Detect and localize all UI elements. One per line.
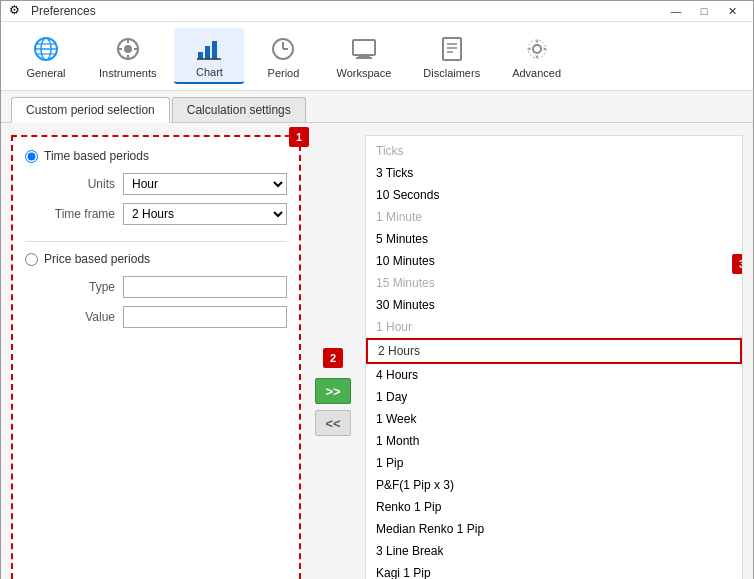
list-item[interactable]: Kagi 1 Pip	[366, 562, 742, 579]
list-item[interactable]: 30 Minutes	[366, 294, 742, 316]
add-button[interactable]: >>	[315, 378, 351, 404]
time-based-group: Time based periods Units Hour Tick Secon…	[25, 149, 287, 225]
list-item[interactable]: 3 Line Break	[366, 540, 742, 562]
svg-point-25	[533, 45, 541, 53]
svg-rect-21	[443, 38, 461, 60]
toolbar-item-advanced[interactable]: Advanced	[498, 29, 575, 83]
type-row: Type	[25, 276, 287, 298]
badge-1: 1	[289, 127, 309, 147]
list-item[interactable]: 1 Minute	[366, 206, 742, 228]
toolbar-item-instruments[interactable]: Instruments	[85, 29, 170, 83]
timeframe-select[interactable]: 2 Hours 1 Hour 4 Hours 1 Day	[123, 203, 287, 225]
svg-point-6	[124, 45, 132, 53]
advanced-label: Advanced	[512, 67, 561, 79]
list-item[interactable]: 1 Week	[366, 408, 742, 430]
minimize-button[interactable]: —	[663, 1, 689, 21]
toolbar-item-workspace[interactable]: Workspace	[322, 29, 405, 83]
period-icon	[267, 33, 299, 65]
middle-panel: 2 >> <<	[311, 195, 355, 579]
list-item[interactable]: Median Renko 1 Pip	[366, 518, 742, 540]
period-label: Period	[268, 67, 300, 79]
list-item[interactable]: 1 Month	[366, 430, 742, 452]
list-item[interactable]: 5 Minutes	[366, 228, 742, 250]
timeframe-row: Time frame 2 Hours 1 Hour 4 Hours 1 Day	[25, 203, 287, 225]
time-based-radio-label[interactable]: Time based periods	[25, 149, 287, 163]
list-item[interactable]: 4 Hours	[366, 364, 742, 386]
window-title: Preferences	[31, 4, 96, 18]
tab-custom-period[interactable]: Custom period selection	[11, 97, 170, 123]
units-label: Units	[45, 177, 115, 191]
price-based-radio-label[interactable]: Price based periods	[25, 252, 287, 266]
list-item[interactable]: P&F(1 Pip x 3)	[366, 474, 742, 496]
list-item[interactable]: Renko 1 Pip	[366, 496, 742, 518]
main-panel: 1 Time based periods Units Hour Tick Sec…	[1, 123, 753, 579]
workspace-label: Workspace	[336, 67, 391, 79]
chart-label: Chart	[196, 66, 223, 78]
window-controls: — □ ✕	[663, 1, 745, 21]
instruments-label: Instruments	[99, 67, 156, 79]
list-item[interactable]: 1 Hour	[366, 316, 742, 338]
svg-rect-12	[205, 46, 210, 59]
divider	[25, 241, 287, 242]
advanced-icon	[521, 33, 553, 65]
general-icon	[30, 33, 62, 65]
list-item[interactable]: 10 Seconds	[366, 184, 742, 206]
preferences-window: ⚙ Preferences — □ ✕ General Instruments	[0, 0, 754, 579]
time-based-radio[interactable]	[25, 150, 38, 163]
value-input[interactable]	[123, 306, 287, 328]
left-panel: 1 Time based periods Units Hour Tick Sec…	[11, 135, 301, 579]
toolbar: General Instruments Chart Period Workspa…	[1, 22, 753, 91]
workspace-icon	[348, 33, 380, 65]
maximize-button[interactable]: □	[691, 1, 717, 21]
list-item-selected[interactable]: 2 Hours	[366, 338, 742, 364]
remove-button[interactable]: <<	[315, 410, 351, 436]
list-item[interactable]: 1 Pip	[366, 452, 742, 474]
value-label: Value	[45, 310, 115, 324]
title-bar: ⚙ Preferences — □ ✕	[1, 1, 753, 22]
svg-point-26	[528, 40, 546, 58]
chart-icon	[193, 32, 225, 64]
instruments-icon	[112, 33, 144, 65]
svg-rect-13	[212, 41, 217, 59]
list-item[interactable]: 15 Minutes	[366, 272, 742, 294]
toolbar-item-chart[interactable]: Chart	[174, 28, 244, 84]
list-item[interactable]: Ticks	[366, 140, 742, 162]
toolbar-item-disclaimers[interactable]: Disclaimers	[409, 29, 494, 83]
units-select[interactable]: Hour Tick Second Minute Day Week Month	[123, 173, 287, 195]
svg-rect-11	[198, 52, 203, 59]
close-button[interactable]: ✕	[719, 1, 745, 21]
list-item[interactable]: 3 Ticks	[366, 162, 742, 184]
title-bar-left: ⚙ Preferences	[9, 3, 96, 19]
disclaimers-label: Disclaimers	[423, 67, 480, 79]
timeframe-label: Time frame	[45, 207, 115, 221]
toolbar-item-period[interactable]: Period	[248, 29, 318, 83]
tab-calculation[interactable]: Calculation settings	[172, 97, 306, 122]
general-label: General	[26, 67, 65, 79]
badge-2: 2	[323, 348, 343, 368]
list-item[interactable]: 10 Minutes	[366, 250, 742, 272]
price-based-radio[interactable]	[25, 253, 38, 266]
list-item[interactable]: 1 Day	[366, 386, 742, 408]
units-row: Units Hour Tick Second Minute Day Week M…	[25, 173, 287, 195]
toolbar-item-general[interactable]: General	[11, 29, 81, 83]
type-input[interactable]	[123, 276, 287, 298]
disclaimers-icon	[436, 33, 468, 65]
right-panel: 3 Ticks 3 Ticks 10 Seconds 1 Minute 5 Mi…	[365, 135, 743, 579]
value-row: Value	[25, 306, 287, 328]
app-icon: ⚙	[9, 3, 25, 19]
type-label: Type	[45, 280, 115, 294]
price-based-group: Price based periods Type Value	[25, 252, 287, 328]
svg-rect-18	[353, 40, 375, 55]
badge-3: 3	[732, 254, 743, 274]
tab-bar: Custom period selection Calculation sett…	[1, 91, 753, 123]
